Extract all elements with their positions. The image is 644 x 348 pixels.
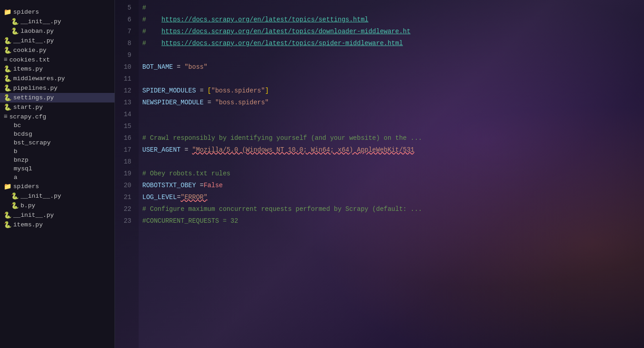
code-line-16[interactable]: # Crawl responsibly by identifying yours…	[139, 132, 644, 144]
token: #	[142, 16, 161, 23]
token: =	[173, 63, 184, 71]
folder-icon: 📁	[4, 183, 11, 190]
token: =	[177, 194, 181, 201]
file-icon: ≡	[4, 113, 7, 120]
code-line-10[interactable]: BOT_NAME = "boss"	[139, 61, 644, 73]
sidebar-item-b-py[interactable]: 🐍b.py	[0, 201, 114, 210]
sidebar-item-label: pipelines.py	[13, 85, 113, 92]
line-number-7: 7	[119, 26, 131, 37]
code-line-11[interactable]	[139, 73, 644, 85]
line-number-20: 20	[119, 179, 131, 191]
sidebar-item-ba[interactable]: a	[0, 173, 114, 182]
sidebar-item-label: __init__.py	[21, 18, 113, 25]
line-number-11: 11	[119, 73, 131, 85]
line-number-6: 6	[119, 14, 131, 26]
token: [	[208, 87, 211, 94]
code-lines[interactable]: ## https://docs.scrapy.org/en/latest/top…	[139, 0, 644, 348]
sidebar-item-middlewares[interactable]: 🐍middlewares.py	[0, 74, 114, 83]
code-line-9[interactable]	[139, 49, 644, 61]
project-name	[0, 0, 114, 7]
sidebar-item-label: __init__.py	[13, 212, 113, 219]
line-number-19: 19	[119, 168, 131, 179]
sidebar-item-label: b	[14, 148, 113, 155]
code-line-21[interactable]: LOG_LEVEL="ERROR"	[139, 191, 644, 203]
code-line-8[interactable]: # https://docs.scrapy.org/en/latest/topi…	[139, 37, 644, 49]
sidebar-item-bcdsg[interactable]: bcdsg	[0, 130, 114, 138]
sidebar-item-label: spiders	[13, 9, 113, 15]
code-line-6[interactable]: # https://docs.scrapy.org/en/latest/topi…	[139, 14, 644, 26]
line-number-16: 16	[119, 132, 131, 144]
sidebar-items-container: 📁spiders🐍__init__.py🐍laoban.py🐍__init__.…	[0, 7, 114, 230]
sidebar-item-laoban[interactable]: 🐍laoban.py	[0, 26, 114, 36]
sidebar-item-items[interactable]: 🐍items.py	[0, 64, 114, 74]
token: "boss.spiders"	[211, 87, 265, 94]
sidebar-item-bnzp[interactable]: bnzp	[0, 156, 114, 164]
line-number-23: 23	[119, 215, 131, 227]
folder-icon: 📁	[4, 8, 11, 16]
sidebar-item-start[interactable]: 🐍start.py	[0, 102, 114, 112]
sidebar-item-label: middlewares.py	[13, 75, 113, 82]
token: SPIDER_MODULES	[142, 87, 196, 94]
sidebar-item-mysql[interactable]: mysql	[0, 164, 114, 173]
code-line-22[interactable]: # Configure maximum concurrent requests …	[139, 203, 644, 215]
code-line-23[interactable]: #CONCURRENT_REQUESTS = 32	[139, 215, 644, 227]
sidebar-item-init2[interactable]: 🐍__init__.py	[0, 36, 114, 46]
token: =	[196, 87, 208, 94]
sidebar-item-bc[interactable]: bc	[0, 121, 114, 130]
python-icon: 🐍	[4, 46, 11, 54]
sidebar-item-label: laoban.py	[21, 28, 113, 35]
sidebar-item-init3[interactable]: 🐍__init__.py	[0, 191, 114, 201]
code-line-5[interactable]: #	[139, 2, 644, 14]
code-line-13[interactable]: NEWSPIDER_MODULE = "boss.spiders"	[139, 97, 644, 108]
sidebar-item-settings[interactable]: 🐍settings.py	[0, 93, 114, 102]
python-icon: 🐍	[4, 211, 11, 219]
sidebar-item-label: cookies.txt	[9, 56, 113, 63]
line-number-12: 12	[119, 85, 131, 97]
code-content[interactable]: 567891011121314151617181920212223 ## htt…	[115, 0, 644, 348]
sidebar-item-label: bnzp	[14, 157, 113, 164]
sidebar-item-spiders2-folder[interactable]: 📁spiders	[0, 182, 114, 191]
sidebar-item-b0[interactable]: b	[0, 147, 114, 156]
python-icon: 🐍	[4, 75, 11, 82]
sidebar-item-label: bc	[14, 122, 113, 129]
code-editor: 567891011121314151617181920212223 ## htt…	[115, 0, 644, 348]
token: ROBOTSTXT_OBEY	[142, 182, 196, 189]
sidebar-item-cookies-txt[interactable]: ≡cookies.txt	[0, 55, 114, 64]
sidebar-item-init4[interactable]: 🐍__init__.py	[0, 210, 114, 220]
sidebar-item-init1[interactable]: 🐍__init__.py	[0, 17, 114, 26]
code-line-20[interactable]: ROBOTSTXT_OBEY =False	[139, 179, 644, 191]
sidebar-item-bst_scrapy[interactable]: bst_scrapy	[0, 138, 114, 147]
token: "boss.spiders"	[215, 99, 269, 106]
python-icon: 🐍	[4, 65, 11, 73]
line-number-21: 21	[119, 191, 131, 203]
line-number-8: 8	[119, 37, 131, 49]
line-numbers: 567891011121314151617181920212223	[115, 0, 139, 348]
sidebar-item-items2[interactable]: 🐍items.py	[0, 220, 114, 230]
token: #	[142, 28, 161, 35]
code-line-7[interactable]: # https://docs.scrapy.org/en/latest/topi…	[139, 26, 644, 37]
code-line-15[interactable]	[139, 120, 644, 132]
line-number-22: 22	[119, 203, 131, 215]
sidebar-item-spiders-folder[interactable]: 📁spiders	[0, 7, 114, 17]
sidebar-item-label: start.py	[13, 104, 113, 111]
code-line-14[interactable]	[139, 108, 644, 120]
sidebar-item-cookie[interactable]: 🐍cookie.py	[0, 46, 114, 55]
token: "Mozilla/5.0 (Windows NT 10.0; Win64; x6…	[192, 146, 414, 154]
token: "boss"	[184, 63, 207, 71]
sidebar-item-label: __init__.py	[21, 193, 113, 200]
sidebar-item-label: bst_scrapy	[14, 139, 113, 146]
token: https://docs.scrapy.org/en/latest/topics…	[161, 28, 410, 35]
code-line-12[interactable]: SPIDER_MODULES = ["boss.spiders"]	[139, 85, 644, 97]
code-line-18[interactable]	[139, 156, 644, 168]
code-line-19[interactable]: # Obey robots.txt rules	[139, 168, 644, 179]
line-number-14: 14	[119, 108, 131, 120]
sidebar: 📁spiders🐍__init__.py🐍laoban.py🐍__init__.…	[0, 0, 115, 348]
python-icon: 🐍	[4, 84, 11, 92]
token: # Obey robots.txt rules	[142, 170, 230, 177]
sidebar-item-label: __init__.py	[13, 37, 113, 44]
sidebar-item-pipelines[interactable]: 🐍pipelines.py	[0, 83, 114, 93]
token: # Crawl responsibly by identifying yours…	[142, 134, 422, 142]
code-line-17[interactable]: USER_AGENT = "Mozilla/5.0 (Windows NT 10…	[139, 144, 644, 156]
sidebar-item-scrapy-cfg[interactable]: ≡scrapy.cfg	[0, 112, 114, 121]
python-icon: 🐍	[11, 18, 19, 26]
